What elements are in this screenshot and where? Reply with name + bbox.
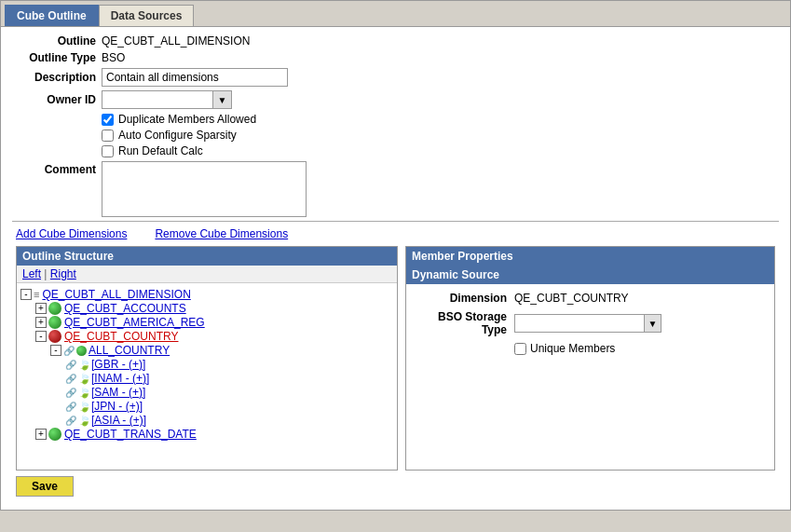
tree-node-sam: 🔗 🍃 [SAM - (+)] <box>65 386 393 399</box>
tree-node-accounts: + QE_CUBT_ACCOUNTS <box>35 302 393 315</box>
tree-node-asia: 🔗 🍃 [ASIA - (+)] <box>65 414 393 427</box>
run-default-row: Run Default Calc <box>102 144 779 157</box>
comment-label: Comment <box>12 161 96 176</box>
member-form: Dimension QE_CUBT_COUNTRY BSO Storage Ty… <box>406 284 774 368</box>
tree-node-jpn: 🔗 🍃 [JPN - (+)] <box>65 400 393 413</box>
outline-type-label: Outline Type <box>12 51 96 64</box>
action-links: Add Cube Dimensions Remove Cube Dimensio… <box>16 227 775 240</box>
tree-link-asia[interactable]: [ASIA - (+)] <box>91 414 146 427</box>
tree-link-inam[interactable]: [INAM - (+)] <box>91 372 149 385</box>
sphere-country <box>48 330 61 343</box>
save-button[interactable]: Save <box>16 476 74 497</box>
outline-type-value: BSO <box>102 51 125 64</box>
dimension-label: Dimension <box>414 292 507 305</box>
tree-content: - ≡ QE_CUBT_ALL_DIMENSION + QE_CUBT_ACCO… <box>17 283 397 470</box>
bso-storage-select: ▼ <box>514 314 661 333</box>
tab-data-sources[interactable]: Data Sources <box>99 5 195 26</box>
tab-cube-outline[interactable]: Cube Outline <box>5 5 99 26</box>
duplicate-members-label: Duplicate Members Allowed <box>118 113 256 126</box>
dimension-row: Dimension QE_CUBT_COUNTRY <box>414 292 767 305</box>
panel-toolbar: Left | Right <box>17 266 397 283</box>
tree-node-trans-date: + QE_CUBT_TRANS_DATE <box>35 428 393 441</box>
auto-configure-label: Auto Configure Sparsity <box>118 129 237 142</box>
leaf-icon-gbr: 🍃 <box>78 359 89 370</box>
tree-link-gbr[interactable]: [GBR - (+)] <box>91 358 145 371</box>
bottom-panels: Outline Structure Left | Right - ≡ QE_CU… <box>16 246 775 471</box>
tree-link-all-country[interactable]: ALL_COUNTRY <box>89 344 170 357</box>
dimension-value: QE_CUBT_COUNTRY <box>514 292 628 305</box>
toolbar-right-link[interactable]: Right <box>50 267 76 280</box>
outline-panel-header: Outline Structure <box>17 247 397 266</box>
tree-link-america[interactable]: QE_CUBT_AMERICA_REG <box>64 316 205 329</box>
owner-id-select: ▼ <box>102 90 232 109</box>
expand-america[interactable]: + <box>35 317 47 328</box>
run-default-label: Run Default Calc <box>118 144 203 157</box>
bso-storage-input[interactable] <box>514 314 645 333</box>
comment-textarea[interactable] <box>102 161 307 217</box>
description-row: Description <box>12 68 779 87</box>
run-default-checkbox[interactable] <box>102 145 114 157</box>
tree-link-sam[interactable]: [SAM - (+)] <box>91 386 145 399</box>
link-icon-inam: 🔗 <box>65 374 76 384</box>
outline-type-row: Outline Type BSO <box>12 51 779 64</box>
outline-row: Outline QE_CUBT_ALL_DIMENSION <box>12 34 779 48</box>
link-icon-jpn: 🔗 <box>65 402 76 412</box>
link-icon-sam: 🔗 <box>65 388 76 398</box>
auto-configure-row: Auto Configure Sparsity <box>102 129 779 142</box>
tree-link-root[interactable]: QE_CUBT_ALL_DIMENSION <box>42 288 190 301</box>
toolbar-left-link[interactable]: Left <box>22 267 41 280</box>
tree-node-inam: 🔗 🍃 [INAM - (+)] <box>65 372 393 385</box>
tree-node-country: - QE_CUBT_COUNTRY <box>35 330 393 343</box>
link-icon-all-country: 🔗 <box>63 346 75 356</box>
description-input[interactable] <box>102 68 288 87</box>
tree-node-gbr: 🔗 🍃 [GBR - (+)] <box>65 358 393 371</box>
tree-node-all-country: - 🔗 ALL_COUNTRY <box>50 344 393 357</box>
member-properties-panel: Member Properties Dynamic Source Dimensi… <box>405 246 775 471</box>
expand-trans-date[interactable]: + <box>35 429 47 440</box>
sphere-america <box>48 316 61 329</box>
link-icon-gbr: 🔗 <box>65 360 76 370</box>
dynamic-source-bar: Dynamic Source <box>406 266 774 284</box>
outline-structure-panel: Outline Structure Left | Right - ≡ QE_CU… <box>16 246 398 471</box>
leaf-icon-jpn: 🍃 <box>78 401 89 412</box>
expand-accounts[interactable]: + <box>35 303 47 314</box>
sphere-accounts <box>48 302 61 315</box>
unique-members-label: Unique Members <box>530 342 615 355</box>
tree-link-trans-date[interactable]: QE_CUBT_TRANS_DATE <box>64 428 197 441</box>
add-cube-dimensions-link[interactable]: Add Cube Dimensions <box>16 227 127 240</box>
comment-row: Comment <box>12 161 779 217</box>
expand-root[interactable]: - <box>20 289 32 300</box>
expand-all-country[interactable]: - <box>50 345 61 356</box>
remove-cube-dimensions-link[interactable]: Remove Cube Dimensions <box>155 227 288 240</box>
outline-label: Outline <box>12 34 96 48</box>
owner-id-input[interactable] <box>102 90 213 109</box>
tree-node-root: - ≡ QE_CUBT_ALL_DIMENSION <box>20 288 393 301</box>
tab-bar: Cube Outline Data Sources <box>1 1 790 27</box>
leaf-icon-inam: 🍃 <box>78 373 89 384</box>
unique-members-row: Unique Members <box>414 342 767 355</box>
unique-members-checkbox[interactable] <box>514 343 526 355</box>
leaf-icon-asia: 🍃 <box>78 415 89 426</box>
expand-country[interactable]: - <box>35 331 47 342</box>
sphere-all-country <box>76 346 87 356</box>
leaf-icon-sam: 🍃 <box>78 387 89 398</box>
divider <box>12 221 779 222</box>
duplicate-members-row: Duplicate Members Allowed <box>102 113 779 126</box>
bso-storage-row: BSO Storage Type ▼ <box>414 310 767 336</box>
auto-configure-checkbox[interactable] <box>102 130 114 142</box>
tree-node-america: + QE_CUBT_AMERICA_REG <box>35 316 393 329</box>
tree-link-country[interactable]: QE_CUBT_COUNTRY <box>64 330 178 343</box>
bso-storage-dropdown-btn[interactable]: ▼ <box>645 314 661 333</box>
owner-id-dropdown-btn[interactable]: ▼ <box>213 90 232 109</box>
owner-id-row: Owner ID ▼ <box>12 90 779 109</box>
description-label: Description <box>12 71 96 84</box>
owner-id-label: Owner ID <box>12 93 96 106</box>
main-content: Outline QE_CUBT_ALL_DIMENSION Outline Ty… <box>1 27 790 510</box>
tree-link-jpn[interactable]: [JPN - (+)] <box>91 400 143 413</box>
save-bar: Save <box>16 476 775 497</box>
duplicate-members-checkbox[interactable] <box>102 114 114 126</box>
outline-value: QE_CUBT_ALL_DIMENSION <box>102 34 250 48</box>
sphere-trans-date <box>48 428 61 441</box>
tree-link-accounts[interactable]: QE_CUBT_ACCOUNTS <box>64 302 186 315</box>
member-panel-header: Member Properties <box>406 247 774 266</box>
